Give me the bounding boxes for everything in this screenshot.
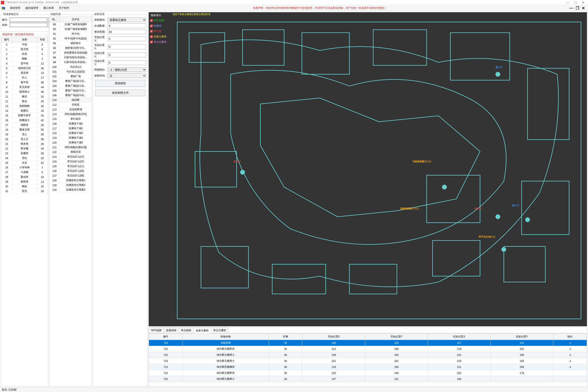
- mdi-minimize-icon[interactable]: —: [568, 6, 574, 10]
- tab[interactable]: 单点刷怪: [178, 328, 194, 333]
- table-row[interactable]: 23蓝魔怪36: [1, 151, 48, 156]
- column-header[interactable]: 距离: [269, 334, 302, 340]
- count-input[interactable]: [108, 24, 146, 28]
- column-header[interactable]: 等级: [37, 37, 48, 42]
- table-row[interactable]: 119深渊地下城4: [50, 136, 92, 140]
- minimize-button[interactable]: —: [564, 1, 572, 4]
- dir-select[interactable]: -1：随机/任意: [108, 67, 146, 72]
- legend-checkbox[interactable]: [150, 35, 153, 38]
- startx-input[interactable]: [108, 36, 146, 41]
- table-row[interactable]: 9死灵巫师44: [1, 85, 48, 90]
- table-row[interactable]: 26小哥布林3: [1, 165, 48, 170]
- table-row[interactable]: 11幽灵32: [1, 94, 48, 99]
- table-row[interactable]: 5地狱猎犬怪38: [1, 66, 48, 71]
- table-row[interactable]: 116深渊地下城1: [50, 122, 92, 126]
- table-row[interactable]: 14骷髅兵19: [1, 108, 48, 113]
- table-row[interactable]: 98幻影寺院生存战地...: [50, 55, 92, 60]
- table-row[interactable]: 101乌尔克山2[战役]: [50, 70, 92, 74]
- table-row[interactable]: 715纳尔斯元素骑士30229183231185-1: [149, 352, 587, 358]
- table-row[interactable]: 31亚昆16: [1, 189, 48, 194]
- table-row[interactable]: 110纳尔斯: [50, 98, 92, 102]
- table-row[interactable]: 105磨炼广场(战斗区...: [50, 88, 92, 93]
- map-table[interactable]: 地...文件名 89生魂广场奖励地图890生魂广场奖励地图991阿卡伦92阿卡伦…: [49, 17, 92, 192]
- table-row[interactable]: 7巨人17: [1, 76, 48, 80]
- save-spawn-button[interactable]: 保存刷怪文件: [95, 90, 145, 96]
- table-row[interactable]: 112菲利亚: [50, 102, 92, 107]
- table-row[interactable]: 4蛮牛怪12: [1, 61, 48, 66]
- column-header[interactable]: 开始位置Y: [365, 334, 428, 340]
- table-row[interactable]: 714纳尔斯元素野兽30210140252178: [149, 370, 587, 376]
- column-header[interactable]: 结束位置Y: [490, 334, 553, 340]
- table-row[interactable]: 125库贝拉矿山[土]: [50, 164, 92, 169]
- table-row[interactable]: 97赤色要塞生存战地图: [50, 50, 92, 55]
- table-row[interactable]: 96德班泰尔[阿卡伦...: [50, 46, 92, 50]
- table-row[interactable]: 103磨炼广场(战斗区...: [50, 79, 92, 84]
- table-row[interactable]: 715纳尔斯元素骑士30147101140: [149, 376, 587, 382]
- monster-table[interactable]: 编号名称等级 0牛怪61猎犬怪92幼龙43蜘蛛24蛮牛怪125地狱猎犬怪386黑…: [1, 37, 48, 194]
- table-row[interactable]: 15骷髅弓箭手34: [1, 113, 48, 118]
- table-row[interactable]: 10暗黑骑士48: [1, 90, 48, 94]
- tab[interactable]: 批量元素怪: [194, 328, 211, 333]
- table-row[interactable]: 19雪人30: [1, 132, 48, 137]
- table-row[interactable]: 114四转地图[资格空间]: [50, 112, 92, 117]
- table-row[interactable]: 18魔鬼戈登55: [1, 128, 48, 132]
- legend-item[interactable]: 单点怪: [150, 28, 170, 34]
- tab[interactable]: NPC陷阱: [149, 328, 164, 333]
- mdi-restore-icon[interactable]: ❐: [574, 6, 580, 10]
- table-row[interactable]: 24雪虫20: [1, 156, 48, 160]
- starty-input[interactable]: [108, 44, 146, 49]
- table-row[interactable]: 12毒虫25: [1, 99, 48, 104]
- column-header[interactable]: 编号: [149, 334, 182, 340]
- table-row[interactable]: 130深渊亚特兰蒂斯3: [50, 188, 92, 192]
- map-canvas[interactable]: 请按下鼠标左键画出刷怪位置或区域: [171, 12, 587, 326]
- mdi-close-icon[interactable]: ✕: [580, 6, 586, 10]
- legend-item[interactable]: 单点元素怪: [150, 39, 170, 45]
- table-row[interactable]: 30树妖15: [1, 184, 48, 189]
- table-row[interactable]: 29偷猎者13: [1, 180, 48, 184]
- table-row[interactable]: 129深渊亚特兰蒂斯2: [50, 183, 92, 188]
- tab[interactable]: 单点元素怪: [211, 328, 228, 333]
- table-row[interactable]: 6黑巫师14: [1, 71, 48, 76]
- column-header[interactable]: 怪物名称: [182, 334, 269, 340]
- search-id-input[interactable]: [10, 18, 47, 22]
- table-row[interactable]: 89生魂广场奖励地图8: [50, 22, 92, 27]
- table-row[interactable]: 1猎犬怪9: [1, 47, 48, 52]
- table-row[interactable]: 127库贝拉矿山[暗]: [50, 174, 92, 178]
- table-row[interactable]: 99幻影寺院生存战地...: [50, 60, 92, 65]
- column-header[interactable]: 文件名: [60, 17, 92, 22]
- column-header[interactable]: 朝向: [553, 334, 587, 340]
- table-row[interactable]: 20雪人王36: [1, 137, 48, 142]
- menu-item[interactable]: 系统管理: [7, 6, 23, 10]
- close-button[interactable]: ✕: [580, 1, 587, 4]
- table-row[interactable]: 113尼克西斯湖: [50, 107, 92, 112]
- table-row[interactable]: 715纳尔斯元素骑士30231181233183-1: [149, 358, 587, 364]
- table-row[interactable]: 122黑暗沼泽: [50, 150, 92, 154]
- table-row[interactable]: 126库贝拉矿山[风]: [50, 169, 92, 174]
- table-row[interactable]: 22寒冰魔34: [1, 146, 48, 151]
- menu-item[interactable]: 窗口布局: [41, 6, 56, 10]
- table-row[interactable]: 28瓢虫怪10: [1, 175, 48, 180]
- table-row[interactable]: 27斗尾蜥5: [1, 170, 48, 175]
- table-row[interactable]: 118深渊地下城3: [50, 131, 92, 136]
- legend-item[interactable]: 批量怪: [150, 23, 170, 28]
- search-name-input[interactable]: [10, 23, 47, 27]
- table-row[interactable]: 8毒牛怪46: [1, 80, 48, 85]
- table-row[interactable]: 100乌尔克山1: [50, 65, 92, 70]
- table-row[interactable]: 3蜘蛛2: [1, 56, 48, 61]
- spawn-data-table[interactable]: 编号怪物名称距离开始位置X开始位置Y结束位置X结束位置Y朝向 716马格里姆30…: [149, 333, 587, 382]
- legend-checkbox[interactable]: [150, 19, 153, 22]
- table-row[interactable]: 17独眼怪28: [1, 123, 48, 128]
- legend-checkbox[interactable]: [150, 40, 153, 44]
- column-header[interactable]: 地...: [50, 17, 60, 22]
- table-row[interactable]: 124库贝拉矿山[水]: [50, 159, 92, 164]
- table-row[interactable]: 92阿卡伦[阿卡伦战役]: [50, 36, 92, 41]
- table-row[interactable]: 115梦幻迷宫: [50, 117, 92, 122]
- table-row[interactable]: 90生魂广场奖励地图9: [50, 27, 92, 32]
- table-row[interactable]: 713纳尔斯恶魔佩里30218165221169-1: [149, 364, 587, 370]
- legend-checkbox[interactable]: [150, 24, 153, 27]
- table-row[interactable]: 117深渊地下城2: [50, 126, 92, 131]
- range-input[interactable]: [108, 30, 146, 34]
- table-row[interactable]: 120深渊地下城5: [50, 140, 92, 145]
- table-row[interactable]: 25冰后52: [1, 160, 48, 165]
- endy-input[interactable]: [108, 60, 146, 65]
